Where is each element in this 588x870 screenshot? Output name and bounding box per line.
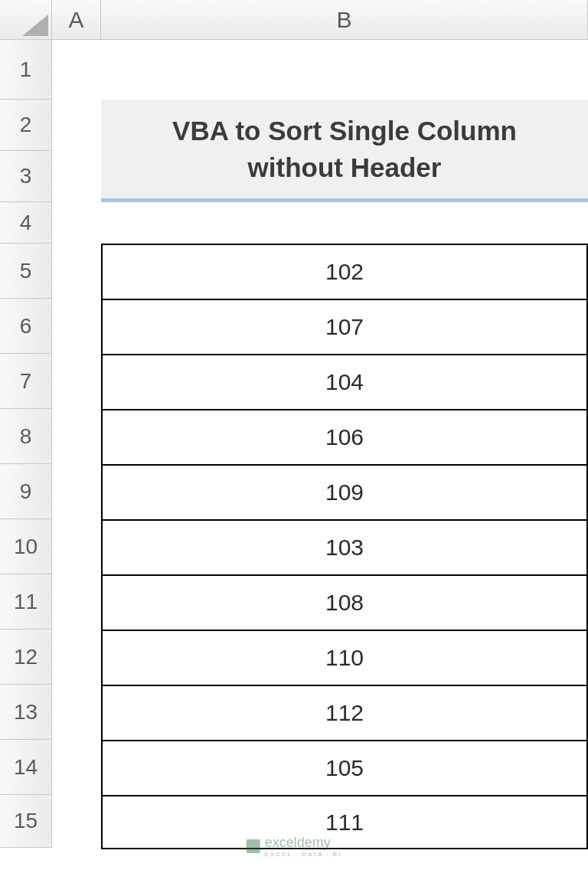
title-cell[interactable]: VBA to Sort Single Column without Header (101, 100, 588, 202)
data-cell[interactable]: 108 (102, 575, 587, 630)
data-cell[interactable]: 110 (102, 630, 587, 685)
row-header-2[interactable]: 2 (0, 100, 52, 151)
row-header-14[interactable]: 14 (0, 740, 52, 795)
table-row: 111 (102, 796, 587, 849)
data-cell[interactable]: 103 (102, 520, 587, 575)
table-row: 109 (102, 465, 587, 520)
row-header-3[interactable]: 3 (0, 151, 52, 202)
table-row: 106 (102, 410, 587, 465)
data-cell[interactable]: 102 (102, 244, 587, 299)
row-header-10[interactable]: 10 (0, 519, 52, 574)
select-all-corner[interactable] (0, 0, 52, 40)
data-cell[interactable]: 111 (102, 796, 587, 849)
table-row: 108 (102, 575, 587, 630)
watermark: exceldemy EXCEL · DATA · BI (247, 835, 342, 858)
row-header-4[interactable]: 4 (0, 202, 52, 244)
row-header-12[interactable]: 12 (0, 630, 52, 685)
table-row: 104 (102, 355, 587, 410)
row-header-8[interactable]: 8 (0, 409, 52, 464)
watermark-icon (247, 839, 260, 853)
title-line-1: VBA to Sort Single Column (172, 116, 517, 146)
sheet-content: VBA to Sort Single Column without Header… (101, 40, 588, 849)
row-header-6[interactable]: 6 (0, 299, 52, 354)
table-row: 110 (102, 630, 587, 685)
title-line-2: without Header (248, 152, 442, 182)
table-row: 102 (102, 244, 587, 299)
data-cell[interactable]: 107 (102, 299, 587, 355)
table-row: 107 (102, 299, 587, 355)
data-cell[interactable]: 105 (102, 741, 587, 796)
row-headers-column: 1 2 3 4 5 6 7 8 9 10 11 12 13 14 15 (0, 40, 52, 848)
row-header-15[interactable]: 15 (0, 795, 52, 848)
row-header-11[interactable]: 11 (0, 574, 52, 630)
watermark-tagline: EXCEL · DATA · BI (265, 851, 342, 858)
table-row: 103 (102, 520, 587, 575)
column-header-A[interactable]: A (52, 0, 101, 40)
data-cell[interactable]: 112 (102, 685, 587, 741)
row-header-1[interactable]: 1 (0, 40, 52, 100)
data-cell[interactable]: 104 (102, 355, 587, 410)
data-cell[interactable]: 109 (102, 465, 587, 520)
row-header-5[interactable]: 5 (0, 244, 52, 299)
table-row: 112 (102, 685, 587, 741)
row-header-13[interactable]: 13 (0, 685, 52, 740)
row-header-9[interactable]: 9 (0, 464, 52, 519)
row-header-7[interactable]: 7 (0, 354, 52, 409)
table-row: 105 (102, 741, 587, 796)
data-cell[interactable]: 106 (102, 410, 587, 465)
data-table: 102 107 104 106 109 103 108 110 112 105 … (101, 244, 588, 849)
watermark-brand: exceldemy (265, 835, 331, 850)
column-header-B[interactable]: B (101, 0, 588, 40)
